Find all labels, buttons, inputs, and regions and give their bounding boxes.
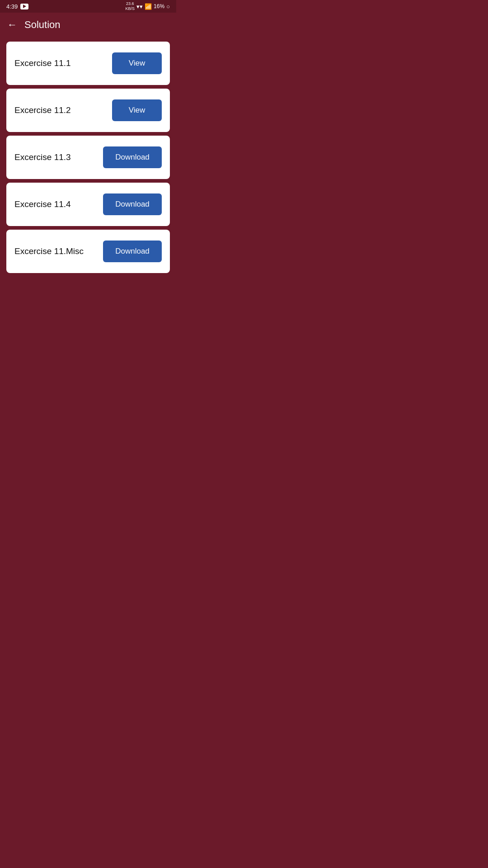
view-button[interactable]: View (112, 52, 162, 74)
download-button[interactable]: Download (103, 193, 162, 215)
view-button[interactable]: View (112, 99, 162, 121)
exercise-list: Excercise 11.1ViewExcercise 11.2ViewExce… (0, 37, 176, 278)
back-button[interactable]: ← (7, 20, 17, 30)
status-right: 23.6 KB/S ▾▾ 📶 16% ○ (126, 1, 170, 11)
exercise-card: Excercise 11.2View (6, 89, 170, 132)
download-button[interactable]: Download (103, 146, 162, 168)
youtube-icon (20, 4, 28, 9)
signal-icon: 📶 (145, 3, 152, 10)
battery-icon: ○ (166, 3, 170, 10)
exercise-label: Excercise 11.4 (14, 199, 71, 209)
exercise-card: Excercise 11.1View (6, 42, 170, 85)
page-title: Solution (24, 19, 61, 31)
status-left: 4:39 (6, 3, 28, 10)
exercise-label: Excercise 11.1 (14, 58, 71, 68)
exercise-card: Excercise 11.MiscDownload (6, 230, 170, 273)
exercise-card: Excercise 11.4Download (6, 183, 170, 226)
exercise-label: Excercise 11.3 (14, 152, 71, 162)
status-time: 4:39 (6, 3, 18, 10)
status-bar: 4:39 23.6 KB/S ▾▾ 📶 16% ○ (0, 0, 176, 13)
exercise-card: Excercise 11.3Download (6, 136, 170, 179)
exercise-label: Excercise 11.Misc (14, 246, 84, 256)
top-bar: ← Solution (0, 13, 176, 37)
download-button[interactable]: Download (103, 241, 162, 262)
network-speed: 23.6 KB/S (126, 1, 135, 11)
wifi-icon: ▾▾ (136, 3, 143, 10)
battery-percent: 16% (154, 3, 164, 9)
exercise-label: Excercise 11.2 (14, 105, 71, 115)
